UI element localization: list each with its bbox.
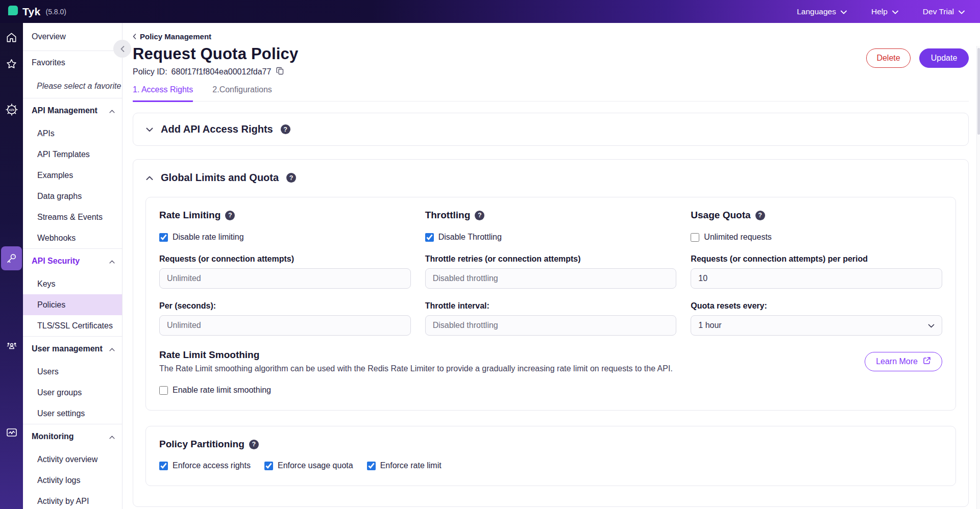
scrollbar[interactable]: [976, 46, 980, 509]
chevron-up-icon: [146, 173, 153, 183]
tab-access-rights[interactable]: 1. Access Rights: [133, 85, 193, 102]
sidebar-item-overview[interactable]: Overview: [23, 23, 122, 50]
settings-code-icon[interactable]: </>: [0, 104, 23, 116]
copy-icon[interactable]: [276, 67, 284, 77]
help-icon[interactable]: ?: [286, 173, 296, 183]
sidebar-item-webhooks[interactable]: Webhooks: [23, 227, 122, 248]
account-menu[interactable]: Dev Trial: [923, 7, 965, 16]
global-limits-quota-card: Global Limits and Quota ? Rate Limiting …: [133, 159, 969, 507]
sidebar-item-apis[interactable]: APIs: [23, 123, 122, 144]
enable-smoothing-checkbox[interactable]: [159, 386, 168, 395]
languages-menu-label: Languages: [797, 7, 836, 16]
sidebar-item-label: Streams & Events: [37, 213, 103, 222]
sidebar-item-favorites[interactable]: Favorites: [23, 51, 122, 74]
enforce-access-rights-row: Enforce access rights: [159, 461, 251, 470]
sidebar-item-api-templates[interactable]: API Templates: [23, 144, 122, 165]
sidebar-section-monitoring[interactable]: Monitoring: [23, 424, 122, 449]
tab-configurations[interactable]: 2.Configurations: [212, 85, 272, 101]
quota-requests-input[interactable]: [691, 268, 942, 289]
unlimited-requests-checkbox[interactable]: [691, 233, 699, 242]
sidebar-item-label: TLS/SSL Certificates: [37, 321, 113, 330]
policy-id-row: Policy ID: 680f17f1f804ea00012fda77: [133, 67, 969, 77]
throttle-retries-input[interactable]: [425, 268, 677, 289]
chevron-up-icon: [109, 432, 115, 441]
sidebar-section-api-security[interactable]: API Security: [23, 249, 122, 273]
delete-button[interactable]: Delete: [866, 48, 911, 68]
sidebar-item-keys[interactable]: Keys: [23, 273, 122, 294]
disable-throttling-checkbox[interactable]: [425, 233, 434, 242]
sidebar-item-user-groups[interactable]: User groups: [23, 382, 122, 403]
monitoring-activity-icon[interactable]: [0, 426, 23, 439]
sidebar-item-data-graphs[interactable]: Data graphs: [23, 186, 122, 207]
checkbox-label: Enforce usage quota: [278, 461, 353, 470]
home-icon[interactable]: [0, 32, 23, 43]
chevron-up-icon: [109, 106, 115, 115]
sidebar-item-label: Activity by API: [37, 497, 89, 506]
policy-id-value: 680f17f1f804ea00012fda77: [172, 67, 272, 77]
checkbox-label: Enforce access rights: [173, 461, 251, 470]
sidebar-item-tls-ssl-certificates[interactable]: TLS/SSL Certificates: [23, 315, 122, 336]
help-icon[interactable]: ?: [281, 124, 290, 134]
sidebar-section-label: User management: [32, 344, 103, 353]
enforce-access-rights-checkbox[interactable]: [159, 462, 168, 470]
disable-rate-limiting-checkbox[interactable]: [159, 233, 168, 242]
sidebar-item-label: Keys: [37, 279, 56, 289]
user-management-users-icon[interactable]: [0, 340, 23, 352]
scrollbar-thumb[interactable]: [977, 48, 980, 135]
enforce-rate-limit-checkbox[interactable]: [367, 462, 376, 470]
sidebar-section-user-management[interactable]: User management: [23, 337, 122, 361]
sidebar-item-examples[interactable]: Examples: [23, 165, 122, 186]
learn-more-button[interactable]: Learn More: [865, 352, 942, 371]
global-limits-quota-header[interactable]: Global Limits and Quota ?: [145, 172, 956, 184]
breadcrumb[interactable]: Policy Management: [133, 32, 969, 41]
help-icon[interactable]: ?: [249, 440, 259, 449]
header-actions: Delete Update: [866, 48, 969, 68]
checkbox-label: Disable rate limiting: [173, 233, 244, 242]
section-title: Global Limits and Quota: [161, 172, 279, 184]
sidebar-item-label: Examples: [37, 171, 73, 180]
rate-limit-requests-input[interactable]: [159, 268, 411, 289]
topbar: Tyk (5.8.0) Languages Help Dev Trial: [0, 0, 980, 23]
usage-quota-column: Usage Quota ? Unlimited requests Request…: [691, 210, 942, 336]
brand-version: (5.8.0): [46, 8, 66, 16]
add-api-access-rights-card[interactable]: Add API Access Rights ?: [133, 113, 969, 146]
enforce-rate-limit-row: Enforce rate limit: [367, 461, 442, 470]
field-label: Per (seconds):: [159, 301, 411, 311]
sidebar-item-streams-events[interactable]: Streams & Events: [23, 207, 122, 227]
help-icon[interactable]: ?: [225, 211, 235, 220]
help-icon[interactable]: ?: [755, 211, 765, 220]
api-security-key-icon[interactable]: [0, 252, 23, 264]
sidebar-item-user-settings[interactable]: User settings: [23, 403, 122, 424]
field-label: Throttle interval:: [425, 301, 677, 311]
rate-limit-per-seconds-input[interactable]: [159, 315, 411, 336]
sidebar-item-label: API Templates: [37, 150, 90, 159]
subsection-title: Rate Limit Smoothing: [159, 349, 673, 361]
throttle-interval-input[interactable]: [425, 315, 677, 336]
sidebar-item-label: Activity overview: [37, 455, 97, 464]
update-button[interactable]: Update: [919, 48, 969, 68]
help-menu[interactable]: Help: [871, 7, 898, 16]
help-menu-label: Help: [871, 7, 888, 16]
languages-menu[interactable]: Languages: [797, 7, 847, 16]
field-label: Requests (or connection attempts): [159, 254, 411, 264]
help-icon[interactable]: ?: [475, 211, 484, 220]
sidebar-item-users[interactable]: Users: [23, 361, 122, 382]
sidebar-section-api-management[interactable]: API Management: [23, 98, 122, 123]
quota-resets-select[interactable]: 1 hour: [691, 315, 942, 336]
sidebar-collapse-button[interactable]: [113, 40, 131, 58]
enforce-usage-quota-checkbox[interactable]: [264, 462, 273, 470]
sidebar-item-label: Overview: [32, 32, 66, 41]
tyk-logo[interactable]: Tyk (5.8.0): [7, 5, 66, 18]
enforce-usage-quota-row: Enforce usage quota: [264, 461, 353, 470]
sidebar-item-label: APIs: [37, 129, 55, 138]
main-content: Policy Management Request Quota Policy P…: [122, 23, 980, 509]
select-value: 1 hour: [698, 321, 721, 330]
limits-panel: Rate Limiting ? Disable rate limiting Re…: [145, 197, 956, 411]
sidebar-item-activity-by-api[interactable]: Activity by API: [23, 491, 122, 509]
sidebar-item-activity-logs[interactable]: Activity logs: [23, 470, 122, 491]
partitioning-checkboxes: Enforce access rights Enforce usage quot…: [159, 450, 942, 470]
sidebar-item-activity-overview[interactable]: Activity overview: [23, 449, 122, 470]
sidebar-item-policies[interactable]: Policies: [23, 294, 122, 315]
favorites-star-icon[interactable]: [0, 58, 23, 70]
icon-rail: </>: [0, 23, 23, 509]
